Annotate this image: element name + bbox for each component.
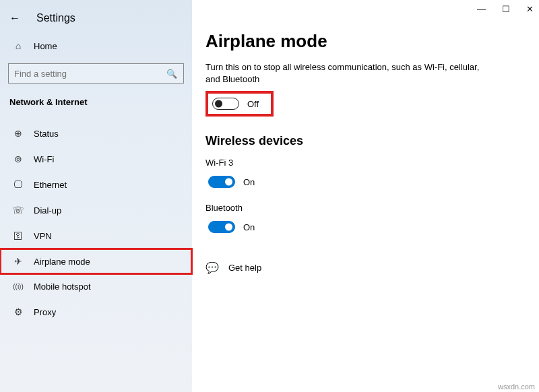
get-help[interactable]: 💬 Get help [205,261,526,274]
home-icon: ⌂ [12,40,24,51]
device-name: Wi-Fi 3 [205,158,526,168]
window-title: Settings [36,12,75,24]
airplane-toggle-state: Off [247,99,259,109]
sidebar-item-label: Wi-Fi [34,154,54,164]
sidebar-item-label: Mobile hotspot [34,282,91,292]
bluetooth-toggle-row: On [205,217,526,237]
wifi-toggle[interactable] [208,176,235,188]
sidebar-item-wifi[interactable]: ⊚ Wi-Fi [0,146,192,172]
watermark: wsxdn.com [498,383,535,391]
sidebar-item-label: VPN [34,231,52,241]
sidebar-item-ethernet[interactable]: 🖵 Ethernet [0,172,192,197]
home-label: Home [34,41,57,51]
sidebar-header: ← Settings [0,7,192,34]
wireless-devices-heading: Wireless devices [205,134,526,148]
help-icon: 💬 [205,261,219,274]
hotspot-icon: ((i)) [12,283,24,290]
search-input[interactable] [8,63,184,84]
sidebar-item-label: Airplane mode [34,257,90,267]
bluetooth-toggle[interactable] [208,221,235,233]
toggle-knob [225,224,232,231]
sidebar-item-airplane-mode[interactable]: ✈ Airplane mode [0,249,192,274]
search-wrap: 🔍 [8,63,184,84]
close-button[interactable]: ✕ [526,4,534,14]
wifi-icon: ⊚ [12,154,24,164]
device-wifi: Wi-Fi 3 On [205,158,526,192]
device-name: Bluetooth [205,203,526,213]
ethernet-icon: 🖵 [12,179,24,190]
vpn-icon: ⚿ [12,230,24,241]
minimize-button[interactable]: — [477,4,486,14]
nav-list: ⊕ Status ⊚ Wi-Fi 🖵 Ethernet ☏ Dial-up ⚿ … [0,121,192,325]
sidebar: ← Settings ⌂ Home 🔍 Network & Internet ⊕… [0,0,192,392]
airplane-icon: ✈ [12,256,24,267]
sidebar-item-vpn[interactable]: ⚿ VPN [0,223,192,249]
toggle-knob [225,178,232,186]
back-icon[interactable]: ← [9,13,20,24]
window-controls: — ☐ ✕ [477,4,534,14]
maximize-button[interactable]: ☐ [502,4,510,14]
search-icon: 🔍 [166,69,177,79]
airplane-toggle[interactable] [212,98,239,110]
status-icon: ⊕ [12,128,24,139]
sidebar-item-label: Proxy [34,307,56,317]
sidebar-item-mobile-hotspot[interactable]: ((i)) Mobile hotspot [0,274,192,299]
sidebar-item-status[interactable]: ⊕ Status [0,121,192,146]
main-content: — ☐ ✕ Airplane mode Turn this on to stop… [192,0,539,392]
sidebar-item-label: Ethernet [34,180,67,190]
toggle-knob [215,100,222,108]
wifi-toggle-state: On [243,177,255,187]
page-title: Airplane mode [205,31,526,52]
sidebar-item-label: Dial-up [34,205,61,216]
wifi-toggle-row: On [205,172,526,192]
dialup-icon: ☏ [12,205,24,216]
sidebar-item-dialup[interactable]: ☏ Dial-up [0,197,192,223]
device-bluetooth: Bluetooth On [205,203,526,237]
sidebar-item-proxy[interactable]: ⚙ Proxy [0,299,192,325]
airplane-description: Turn this on to stop all wireless commun… [205,61,495,86]
category-heading: Network & Internet [0,93,192,121]
proxy-icon: ⚙ [12,306,24,317]
airplane-toggle-highlight: Off [205,91,274,117]
sidebar-item-label: Status [34,129,59,139]
sidebar-home[interactable]: ⌂ Home [0,34,192,58]
help-label: Get help [228,263,261,273]
bluetooth-toggle-state: On [243,222,255,232]
